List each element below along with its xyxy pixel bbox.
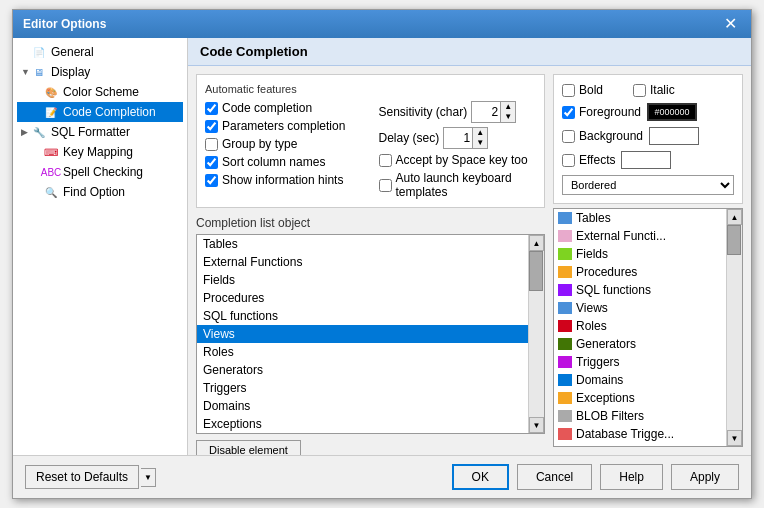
right-list-item[interactable]: Generators [554,335,726,353]
completion-icon: 📝 [43,104,59,120]
right-list-item[interactable]: Roles [554,317,726,335]
foreground-swatch[interactable]: #000000 [647,103,697,121]
scroll-down-btn[interactable]: ▼ [529,417,544,433]
list-item[interactable]: Tables [197,235,528,253]
list-item[interactable]: Generators [197,361,528,379]
delay-spinner[interactable]: 1 ▲ ▼ [443,127,488,149]
right-list-item[interactable]: External Functi... [554,227,726,245]
func-icon [558,230,572,242]
italic-checkbox[interactable]: Italic [633,83,675,97]
right-list-item[interactable]: Triggers [554,353,726,371]
background-row: Background [562,127,734,145]
right-scroll-thumb[interactable] [727,225,741,255]
background-checkbox[interactable]: Background [562,129,643,143]
show-info-hints-checkbox[interactable]: Show information hints [205,173,363,187]
sidebar-item-sql-formatter[interactable]: ▶ 🔧 SQL Formatter [17,122,183,142]
right-list-item[interactable]: Procedures [554,263,726,281]
sidebar-label-spell: Spell Checking [63,165,143,179]
disable-btn-container: Disable element [196,440,545,455]
effects-swatch[interactable] [621,151,671,169]
list-item[interactable]: Procedures [197,289,528,307]
list-item[interactable]: SQL functions [197,307,528,325]
params-completion-checkbox[interactable]: Parameters completion [205,119,363,133]
code-completion-checkbox[interactable]: Code completion [205,101,363,115]
right-list-item[interactable]: Tables [554,209,726,227]
sidebar-item-general[interactable]: 📄 General [17,42,183,62]
list-scrollbar[interactable]: ▲ ▼ [528,235,544,433]
list-item[interactable]: Domains [197,397,528,415]
apply-button[interactable]: Apply [671,464,739,490]
sensitivity-spinner[interactable]: 2 ▲ ▼ [471,101,516,123]
completion-list-label: Completion list object [196,216,545,230]
right-list-item[interactable]: Exceptions [554,389,726,407]
cancel-button[interactable]: Cancel [517,464,592,490]
accept-space-checkbox[interactable]: Accept by Space key too [379,153,537,167]
border-select[interactable]: Bordered None Dotted Solid [562,175,734,195]
right-list-item-label: External Functi... [576,229,666,243]
list-item[interactable]: Exceptions [197,415,528,433]
right-list-item[interactable]: Domains [554,371,726,389]
bold-checkbox[interactable]: Bold [562,83,603,97]
right-scroll-up[interactable]: ▲ [727,209,742,225]
right-list-item[interactable]: Database Trigge... [554,425,726,443]
sensitivity-input[interactable]: 2 [472,104,500,120]
foreground-color-value: #000000 [655,107,690,117]
list-item[interactable]: Views [197,325,528,343]
reset-dropdown-button[interactable]: ▼ [141,468,156,487]
dialog-body: 📄 General ▼ 🖥 Display 🎨 Color Scheme 📝 C… [13,38,751,455]
delay-spin-buttons: ▲ ▼ [472,128,487,148]
dialog-title: Editor Options [23,17,106,31]
foreground-checkbox[interactable]: Foreground [562,105,641,119]
right-list-item-label: Views [576,301,608,315]
delay-down[interactable]: ▼ [473,138,487,148]
sensitivity-up[interactable]: ▲ [501,102,515,112]
sidebar-item-color-scheme[interactable]: 🎨 Color Scheme [17,82,183,102]
effects-checkbox[interactable]: Effects [562,153,615,167]
list-item[interactable]: Triggers [197,379,528,397]
color-controls: Bold Italic Foreground [553,74,743,204]
ok-button[interactable]: OK [452,464,509,490]
completion-list-container: TablesExternal FunctionsFieldsProcedures… [196,234,545,434]
disable-element-button[interactable]: Disable element [196,440,301,455]
right-list-item-label: Tables [576,211,611,225]
scroll-track [529,251,544,417]
delay-up[interactable]: ▲ [473,128,487,138]
right-list-item[interactable]: Fields [554,245,726,263]
expand-icon-display: ▼ [21,67,31,77]
delay-label: Delay (sec) [379,131,440,145]
right-list-item-label: Generators [576,337,636,351]
sidebar-item-key-mapping[interactable]: ⌨ Key Mapping [17,142,183,162]
left-panel: Automatic features Code completion [196,74,545,447]
sort-column-names-checkbox[interactable]: Sort column names [205,155,363,169]
sensitivity-down[interactable]: ▼ [501,112,515,122]
list-item[interactable]: Fields [197,271,528,289]
right-list-item[interactable]: BLOB Filters [554,407,726,425]
background-swatch[interactable] [649,127,699,145]
sidebar-item-display[interactable]: ▼ 🖥 Display [17,62,183,82]
right-scroll-down[interactable]: ▼ [727,430,742,446]
list-item[interactable]: Roles [197,343,528,361]
right-list-item-label: Database Trigge... [576,427,674,441]
right-list-item[interactable]: Packages [554,443,726,446]
reset-button[interactable]: Reset to Defaults [25,465,139,489]
features-left-col: Code completion Parameters completion Gr… [205,101,363,199]
effects-row: Effects [562,151,734,169]
close-button[interactable]: ✕ [720,16,741,32]
proc-icon [558,266,572,278]
sort-column-names-label: Sort column names [222,155,325,169]
footer-left: Reset to Defaults ▼ [25,465,156,489]
scroll-up-btn[interactable]: ▲ [529,235,544,251]
foreground-row: Foreground #000000 [562,103,734,121]
sidebar-item-spell-checking[interactable]: ABC Spell Checking [17,162,183,182]
help-button[interactable]: Help [600,464,663,490]
delay-input[interactable]: 1 [444,130,472,146]
list-item[interactable]: External Functions [197,253,528,271]
scroll-thumb[interactable] [529,251,543,291]
sidebar-item-find-option[interactable]: 🔍 Find Option [17,182,183,202]
right-list-item[interactable]: Views [554,299,726,317]
auto-launch-checkbox[interactable]: Auto launch keyboard templates [379,171,537,199]
group-by-type-checkbox[interactable]: Group by type [205,137,363,151]
right-scrollbar[interactable]: ▲ ▼ [726,209,742,446]
right-list-item[interactable]: SQL functions [554,281,726,299]
sidebar-item-code-completion[interactable]: 📝 Code Completion [17,102,183,122]
